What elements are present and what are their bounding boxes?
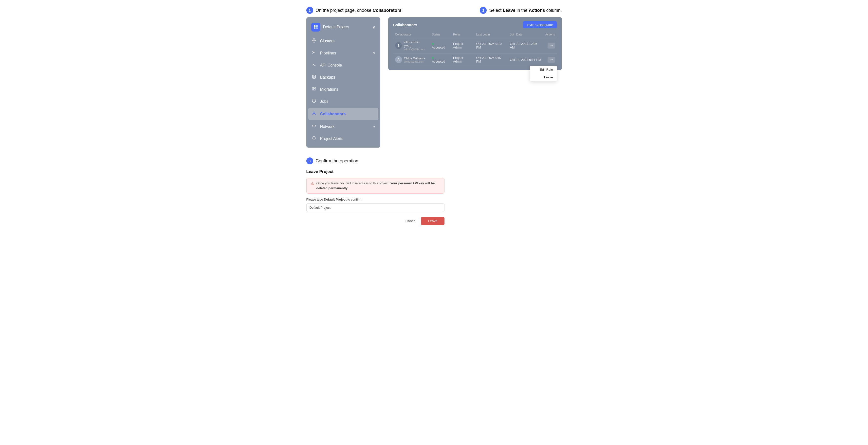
project-alerts-label: Project Alerts xyxy=(320,137,343,141)
sidebar-item-api-console[interactable]: API Console xyxy=(306,59,380,71)
migrations-icon xyxy=(311,86,317,93)
confirm-actions: Cancel Leave xyxy=(306,217,444,225)
warning-text: Once you leave, you will lose access to … xyxy=(316,181,440,191)
status-text: Accepted xyxy=(432,45,445,49)
collab-name: Chloe Williams xyxy=(404,57,425,60)
actions-menu-button[interactable]: ··· xyxy=(548,57,555,63)
warning-box: ⚠ Once you leave, you will lose access t… xyxy=(306,178,444,194)
network-icon xyxy=(311,124,317,130)
svg-point-5 xyxy=(313,38,314,39)
sidebar-item-network[interactable]: Network ∨ xyxy=(306,121,380,133)
svg-rect-2 xyxy=(314,27,315,29)
confirm-label: Please type Default Project to confirm. xyxy=(306,198,444,201)
sidebar-item-migrations[interactable]: Migrations xyxy=(306,83,380,95)
backups-icon xyxy=(311,74,317,80)
sidebar-item-jobs[interactable]: Jobs xyxy=(306,95,380,107)
step1-title: On the project page, choose Collaborator… xyxy=(316,8,403,13)
col-actions: Actions xyxy=(543,31,557,38)
collab-email: chloe@zilliz.com xyxy=(404,60,425,63)
avatar: Z xyxy=(395,42,402,49)
project-name: Default Project xyxy=(323,25,349,29)
collab-table-wrapper: Collaborators Invite Collaborator Collab… xyxy=(388,17,562,70)
leave-project-title: Leave Project xyxy=(306,169,444,174)
invite-collaborator-button[interactable]: Invite Collaborator xyxy=(523,21,557,28)
collab-name-cell: Z zilliz admin (You) admin@zilliz.com xyxy=(393,38,430,54)
sidebar-item-pipelines[interactable]: Pipelines ∨ xyxy=(306,47,380,59)
collab-last-login: Oct 23, 2024 9:10 PM xyxy=(474,38,508,54)
collab-actions-cell: ··· xyxy=(543,38,557,54)
sidebar-item-project-alerts[interactable]: Project Alerts xyxy=(306,133,380,145)
step2-badge: 2 xyxy=(480,7,487,14)
sidebar-item-collaborators[interactable]: Collaborators xyxy=(308,108,378,120)
collab-actions-cell: ··· Edit Role Leave xyxy=(543,54,557,66)
table-row: A Chloe Williams chloe@zilliz.com Accept… xyxy=(393,54,557,66)
collab-status: Accepted xyxy=(430,38,451,54)
edit-role-option[interactable]: Edit Role xyxy=(530,66,557,73)
status-dot xyxy=(432,43,434,45)
svg-point-7 xyxy=(312,40,312,41)
top-section: Default Project ∨ xyxy=(306,17,562,147)
collaborators-label: Collaborators xyxy=(320,112,346,116)
actions-dropdown: Edit Role Leave xyxy=(530,66,557,81)
project-icon xyxy=(311,23,320,32)
collab-join-date: Oct 23, 2024 9:11 PM xyxy=(508,54,543,66)
step1-badge: 1 xyxy=(306,7,313,14)
project-chevron-icon: ∨ xyxy=(372,25,375,30)
actions-menu-button[interactable]: ··· xyxy=(548,43,555,48)
leave-option[interactable]: Leave xyxy=(530,73,557,81)
step3-header: 3 Confirm the operation. xyxy=(306,158,562,164)
collaborators-icon xyxy=(311,111,317,117)
step3-badge: 3 xyxy=(306,158,313,164)
svg-rect-15 xyxy=(313,76,314,77)
clusters-label: Clusters xyxy=(320,39,335,43)
pipelines-chevron-icon: ∨ xyxy=(373,51,375,55)
sidebar-item-clusters[interactable]: Clusters xyxy=(306,35,380,47)
sidebar-item-backups[interactable]: Backups xyxy=(306,71,380,83)
collab-status: Accepted xyxy=(430,54,451,66)
collab-role: Project Admin xyxy=(451,54,474,66)
table-row: Z zilliz admin (You) admin@zilliz.com Ac… xyxy=(393,38,557,54)
pipelines-icon xyxy=(311,50,317,56)
jobs-label: Jobs xyxy=(320,99,329,104)
backups-label: Backups xyxy=(320,75,335,79)
api-console-icon xyxy=(311,62,317,68)
col-status: Status xyxy=(430,31,451,38)
leave-project-box: Leave Project ⚠ Once you leave, you will… xyxy=(306,169,444,225)
confirm-input[interactable] xyxy=(306,203,444,212)
svg-rect-20 xyxy=(312,87,316,90)
step1-header: 1 On the project page, choose Collaborat… xyxy=(306,7,403,14)
project-alerts-icon xyxy=(311,136,317,142)
svg-point-6 xyxy=(313,42,314,43)
collab-name: zilliz admin (You) xyxy=(404,40,428,48)
collab-name-cell: A Chloe Williams chloe@zilliz.com xyxy=(393,54,430,66)
col-collaborator: Collaborator xyxy=(393,31,430,38)
sidebar: Default Project ∨ xyxy=(306,17,380,147)
avatar: A xyxy=(395,56,402,63)
svg-point-8 xyxy=(315,40,316,41)
col-roles: Roles xyxy=(451,31,474,38)
col-last-login: Last Login xyxy=(474,31,508,38)
status-text: Accepted xyxy=(432,60,445,63)
collab-last-login: Oct 23, 2024 9:07 PM xyxy=(474,54,508,66)
leave-button[interactable]: Leave xyxy=(421,217,444,225)
step3-title: Confirm the operation. xyxy=(316,159,360,164)
pipelines-label: Pipelines xyxy=(320,51,336,56)
svg-rect-1 xyxy=(316,25,318,27)
step2-title: Select Leave in the Actions column. xyxy=(489,8,562,13)
collab-table-title: Collaborators xyxy=(393,23,417,27)
clusters-icon xyxy=(311,38,317,44)
step3-section: 3 Confirm the operation. Leave Project ⚠… xyxy=(306,158,562,225)
migrations-label: Migrations xyxy=(320,87,338,92)
collab-role: Project Admin xyxy=(451,38,474,54)
cancel-button[interactable]: Cancel xyxy=(405,217,417,225)
step2-header: 2 Select Leave in the Actions column. xyxy=(480,7,562,14)
svg-point-4 xyxy=(313,40,315,41)
network-chevron-icon: ∨ xyxy=(373,125,375,128)
collab-join-date: Oct 22, 2024 12:05 AM xyxy=(508,38,543,54)
table-header-row: Collaborator Status Roles Last Login Joi… xyxy=(393,31,557,38)
collaborators-panel: Collaborators Invite Collaborator Collab… xyxy=(388,17,562,70)
jobs-icon xyxy=(311,98,317,104)
sidebar-project[interactable]: Default Project ∨ xyxy=(306,20,380,35)
status-dot xyxy=(432,57,434,59)
warning-icon: ⚠ xyxy=(311,181,314,186)
